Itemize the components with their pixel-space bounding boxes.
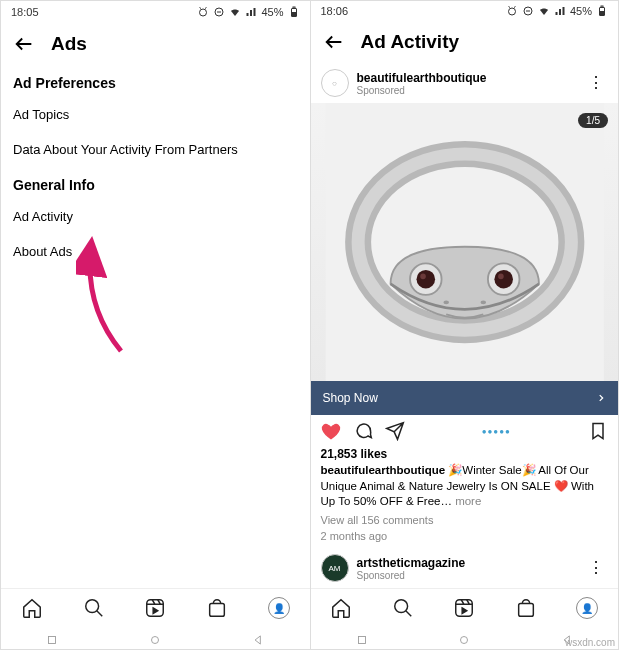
row-ad-activity[interactable]: Ad Activity (1, 199, 310, 234)
share-icon[interactable] (385, 421, 405, 441)
row-ad-topics[interactable]: Ad Topics (1, 97, 310, 132)
header: Ad Activity (311, 21, 619, 63)
cta-label: Shop Now (323, 391, 378, 405)
svg-point-26 (395, 600, 408, 613)
svg-rect-28 (518, 603, 533, 616)
status-bar: 18:05 45% (1, 1, 310, 23)
username: artstheticmagazine (357, 556, 466, 570)
battery-pct: 45% (261, 6, 283, 18)
header: Ads (1, 23, 310, 65)
android-nav (1, 627, 310, 649)
home-icon[interactable] (330, 597, 352, 619)
more-link[interactable]: more (452, 495, 481, 507)
back-nav-icon[interactable] (251, 633, 265, 647)
back-icon[interactable] (13, 33, 35, 55)
likes-count[interactable]: 21,853 likes (311, 447, 619, 461)
profile-link[interactable]: beautifulearthboutique Sponsored (357, 71, 487, 96)
row-about-ads[interactable]: About Ads (1, 234, 310, 269)
status-icons: 45% (506, 5, 608, 17)
ad-activity-pane: 18:06 45% Ad Activity ○ beautifulearthbo… (310, 1, 619, 649)
page-title: Ads (51, 33, 87, 55)
avatar[interactable]: ○ (321, 69, 349, 97)
more-icon[interactable]: ⋮ (584, 75, 608, 91)
status-icons: 45% (197, 6, 299, 18)
profile-tab[interactable]: 👤 (576, 597, 598, 619)
ring-image (311, 103, 619, 381)
post-actions: ●●●●● (311, 415, 619, 447)
bookmark-icon[interactable] (588, 421, 608, 441)
avatar[interactable]: AM (321, 554, 349, 582)
alarm-icon (197, 6, 209, 18)
recent-icon[interactable] (355, 633, 369, 647)
svg-rect-29 (358, 637, 365, 644)
section-ad-preferences: Ad Preferences (1, 65, 310, 97)
shop-icon[interactable] (206, 597, 228, 619)
svg-point-30 (461, 637, 468, 644)
signal-icon (245, 6, 257, 18)
search-icon[interactable] (392, 597, 414, 619)
sponsored-label: Sponsored (357, 85, 487, 96)
search-icon[interactable] (83, 597, 105, 619)
svg-rect-6 (147, 600, 164, 617)
chevron-right-icon (596, 393, 606, 403)
svg-rect-13 (601, 6, 603, 8)
recent-icon[interactable] (45, 633, 59, 647)
svg-point-23 (498, 274, 504, 280)
post-age: 2 months ago (311, 528, 619, 544)
page-title: Ad Activity (361, 31, 460, 53)
clock: 18:05 (11, 6, 39, 18)
back-icon[interactable] (323, 31, 345, 53)
caption-user: beautifulearthboutique (321, 464, 446, 476)
username: beautifulearthboutique (357, 71, 487, 85)
svg-rect-14 (600, 12, 604, 16)
svg-point-20 (420, 274, 426, 280)
post-media[interactable]: 1/5 (311, 103, 619, 381)
svg-point-10 (508, 8, 515, 15)
svg-rect-7 (210, 603, 225, 616)
more-icon[interactable]: ⋮ (584, 560, 608, 576)
cta-button[interactable]: Shop Now (311, 381, 619, 415)
caption[interactable]: beautifulearthboutique 🎉Winter Sale🎉 All… (311, 461, 619, 512)
status-bar: 18:06 45% (311, 1, 619, 21)
svg-rect-8 (49, 637, 56, 644)
home-nav-icon[interactable] (148, 633, 162, 647)
shop-icon[interactable] (515, 597, 537, 619)
wifi-icon (229, 6, 241, 18)
svg-point-0 (200, 9, 207, 16)
wifi-icon (538, 5, 550, 17)
dnd-icon (213, 6, 225, 18)
carousel-dots: ●●●●● (417, 427, 577, 436)
carousel-badge: 1/5 (578, 113, 608, 128)
dnd-icon (522, 5, 534, 17)
svg-point-25 (480, 301, 486, 305)
row-data-partners[interactable]: Data About Your Activity From Partners (1, 132, 310, 167)
post-header: AM artstheticmagazine Sponsored ⋮ (311, 548, 619, 588)
svg-point-19 (416, 270, 435, 289)
signal-icon (554, 5, 566, 17)
reels-icon[interactable] (453, 597, 475, 619)
comment-icon[interactable] (353, 421, 373, 441)
bottom-tabs: 👤 (311, 588, 619, 627)
battery-icon (596, 5, 608, 17)
like-icon[interactable] (321, 421, 341, 441)
watermark: wsxdn.com (565, 637, 615, 648)
home-nav-icon[interactable] (457, 633, 471, 647)
sponsored-label: Sponsored (357, 570, 466, 581)
svg-rect-27 (456, 600, 473, 617)
svg-point-5 (85, 600, 98, 613)
svg-point-22 (494, 270, 513, 289)
reels-icon[interactable] (144, 597, 166, 619)
ads-settings-pane: 18:05 45% Ads Ad Preferences Ad Topics D… (1, 1, 310, 649)
clock: 18:06 (321, 5, 349, 17)
battery-pct: 45% (570, 5, 592, 17)
profile-tab[interactable]: 👤 (268, 597, 290, 619)
svg-point-24 (443, 301, 449, 305)
battery-icon (288, 6, 300, 18)
section-general-info: General Info (1, 167, 310, 199)
svg-rect-4 (292, 13, 296, 17)
home-icon[interactable] (21, 597, 43, 619)
svg-rect-3 (293, 7, 295, 9)
profile-link[interactable]: artstheticmagazine Sponsored (357, 556, 466, 581)
view-comments[interactable]: View all 156 comments (311, 512, 619, 528)
svg-point-9 (152, 637, 159, 644)
